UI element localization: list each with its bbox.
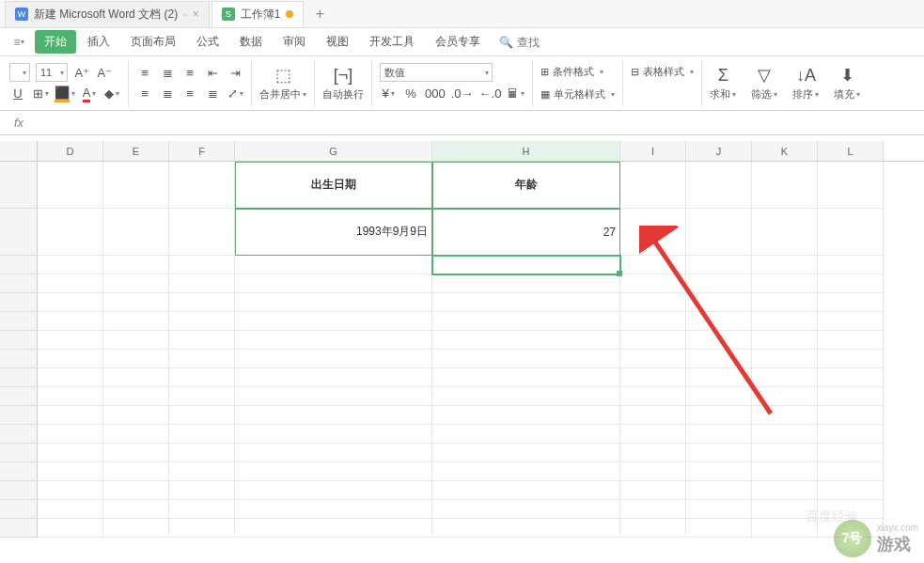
cell[interactable] — [235, 481, 432, 500]
cell[interactable] — [686, 274, 752, 293]
orientation-icon[interactable]: ⤢ — [227, 85, 243, 103]
cell[interactable] — [620, 500, 686, 519]
cell[interactable] — [752, 406, 818, 425]
cell[interactable] — [752, 462, 818, 481]
row-header[interactable] — [0, 256, 38, 274]
cell[interactable] — [620, 162, 686, 209]
cell[interactable] — [38, 293, 103, 312]
cell[interactable] — [38, 350, 103, 368]
cell[interactable] — [686, 368, 752, 387]
cell[interactable] — [818, 274, 884, 293]
cell[interactable] — [169, 331, 235, 350]
wrap-text-button[interactable]: [¬] 自动换行 — [315, 60, 372, 106]
menu-data[interactable]: 数据 — [230, 30, 272, 54]
cell-age-header[interactable]: 年龄 — [432, 162, 620, 209]
menu-formula[interactable]: 公式 — [187, 30, 228, 54]
highlight-icon[interactable]: ◆ — [103, 85, 120, 103]
border-icon[interactable]: ⊞ — [32, 85, 49, 103]
cell[interactable] — [103, 481, 169, 500]
cell[interactable] — [432, 312, 620, 331]
cell[interactable] — [818, 312, 884, 331]
cell[interactable] — [38, 274, 103, 293]
cell[interactable] — [818, 350, 884, 368]
align-bottom-icon[interactable]: ≡ — [181, 63, 198, 82]
cell[interactable] — [103, 387, 169, 406]
cell[interactable] — [38, 387, 103, 406]
col-header[interactable]: E — [103, 141, 169, 161]
cell[interactable] — [620, 462, 686, 481]
cell[interactable] — [818, 406, 884, 425]
cell[interactable] — [752, 312, 818, 331]
app-menu-button[interactable]: ≡▾ — [5, 36, 33, 49]
row-header[interactable] — [0, 500, 38, 519]
spreadsheet-grid[interactable]: D E F G H I J K L 出生日期 年龄 1993年9月9日 — [0, 141, 924, 538]
add-tab-button[interactable]: + — [305, 1, 334, 27]
cell[interactable] — [235, 350, 432, 368]
font-color-icon[interactable]: A — [81, 85, 98, 103]
cell[interactable] — [169, 350, 235, 368]
cell[interactable] — [432, 331, 620, 350]
cell[interactable] — [686, 519, 752, 538]
row-header[interactable] — [0, 274, 38, 293]
cell[interactable] — [169, 209, 235, 256]
sort-button[interactable]: ↓A 排序 — [785, 60, 826, 106]
cell[interactable] — [432, 500, 620, 519]
cell[interactable] — [432, 350, 620, 368]
cell[interactable] — [38, 481, 103, 500]
cell[interactable] — [169, 500, 235, 519]
cell[interactable] — [686, 293, 752, 312]
cell[interactable] — [432, 444, 620, 462]
cell[interactable] — [235, 312, 432, 331]
cell[interactable] — [235, 331, 432, 350]
cell[interactable] — [818, 425, 884, 444]
cell[interactable] — [103, 209, 169, 256]
justify-icon[interactable]: ≣ — [204, 85, 221, 103]
active-cell[interactable] — [432, 256, 620, 274]
cell[interactable] — [38, 312, 103, 331]
row-header[interactable] — [0, 481, 38, 500]
cell[interactable] — [103, 444, 169, 462]
row-header[interactable] — [0, 406, 38, 425]
cell[interactable] — [818, 387, 884, 406]
cell[interactable] — [169, 293, 235, 312]
menu-start[interactable]: 开始 — [35, 30, 76, 54]
cell[interactable] — [103, 500, 169, 519]
cell[interactable] — [235, 425, 432, 444]
cell[interactable] — [686, 406, 752, 425]
cell[interactable] — [103, 368, 169, 387]
cell[interactable] — [620, 209, 686, 256]
row-header[interactable] — [0, 425, 38, 444]
formula-input[interactable] — [28, 111, 924, 134]
col-header[interactable]: I — [620, 141, 686, 161]
cell[interactable] — [38, 331, 103, 350]
cell[interactable] — [818, 162, 884, 209]
align-middle-icon[interactable]: ≣ — [159, 63, 176, 82]
cell[interactable] — [686, 462, 752, 481]
cell[interactable] — [169, 444, 235, 462]
cell[interactable] — [686, 312, 752, 331]
cell[interactable] — [169, 462, 235, 481]
cell[interactable] — [686, 500, 752, 519]
cell[interactable] — [38, 462, 103, 481]
fill-handle[interactable] — [617, 271, 622, 276]
row-header[interactable] — [0, 293, 38, 312]
percent-icon[interactable]: % — [402, 85, 419, 103]
cell[interactable] — [432, 519, 620, 538]
conditional-format-button[interactable]: ⊞ 条件格式 — [540, 62, 615, 83]
cell[interactable] — [620, 406, 686, 425]
cell[interactable] — [620, 387, 686, 406]
cell[interactable] — [686, 387, 752, 406]
align-right-icon[interactable]: ≡ — [181, 85, 198, 103]
cell[interactable] — [235, 256, 432, 274]
cell[interactable] — [752, 331, 818, 350]
cell[interactable] — [686, 162, 752, 209]
col-header[interactable]: D — [38, 141, 103, 161]
cell[interactable] — [235, 519, 432, 538]
cell[interactable] — [686, 331, 752, 350]
cell[interactable] — [620, 368, 686, 387]
cell[interactable] — [432, 406, 620, 425]
indent-right-icon[interactable]: ⇥ — [227, 63, 243, 82]
cell-style-button[interactable]: ▦ 单元格样式 — [540, 85, 615, 105]
cell[interactable] — [620, 444, 686, 462]
cell[interactable] — [432, 462, 620, 481]
